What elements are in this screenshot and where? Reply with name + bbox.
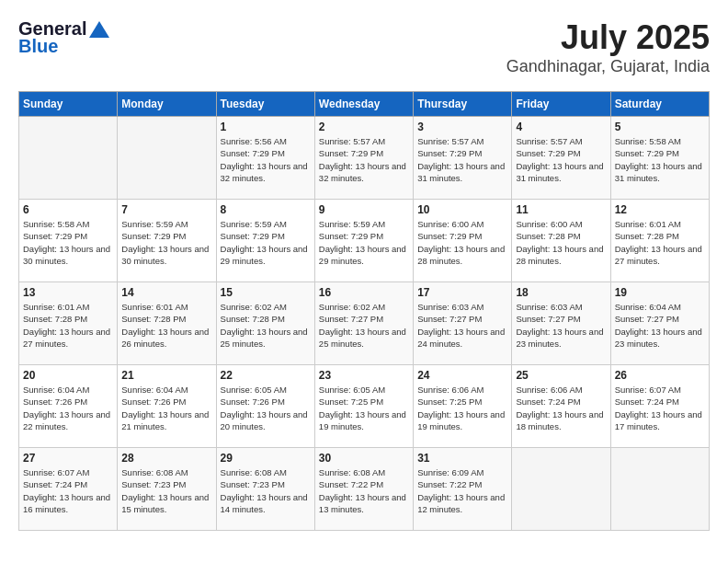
col-header-friday: Friday [512, 92, 610, 117]
day-cell: 19Sunrise: 6:04 AM Sunset: 7:27 PM Dayli… [610, 282, 709, 365]
day-cell: 9Sunrise: 5:59 AM Sunset: 7:29 PM Daylig… [314, 200, 413, 282]
day-number: 11 [516, 203, 606, 216]
day-detail: Sunrise: 6:01 AM Sunset: 7:28 PM Dayligh… [615, 218, 705, 267]
calendar-body: 1Sunrise: 5:56 AM Sunset: 7:29 PM Daylig… [19, 117, 710, 531]
day-number: 27 [23, 452, 113, 465]
svg-marker-0 [89, 21, 109, 38]
day-cell: 20Sunrise: 6:04 AM Sunset: 7:26 PM Dayli… [19, 365, 118, 448]
week-row-3: 13Sunrise: 6:01 AM Sunset: 7:28 PM Dayli… [19, 282, 710, 365]
day-detail: Sunrise: 6:00 AM Sunset: 7:29 PM Dayligh… [417, 218, 507, 267]
day-detail: Sunrise: 6:01 AM Sunset: 7:28 PM Dayligh… [121, 301, 211, 350]
day-number: 22 [221, 369, 311, 382]
day-number: 14 [121, 286, 211, 299]
day-cell [610, 448, 709, 531]
day-detail: Sunrise: 6:03 AM Sunset: 7:27 PM Dayligh… [417, 301, 507, 350]
day-detail: Sunrise: 6:05 AM Sunset: 7:25 PM Dayligh… [319, 384, 409, 432]
page-header: General Blue July 2025 Gandhinagar, Guja… [18, 18, 710, 76]
day-cell [118, 117, 216, 200]
day-detail: Sunrise: 5:58 AM Sunset: 7:29 PM Dayligh… [615, 135, 705, 184]
day-detail: Sunrise: 6:04 AM Sunset: 7:27 PM Dayligh… [615, 301, 705, 350]
day-detail: Sunrise: 6:00 AM Sunset: 7:28 PM Dayligh… [516, 218, 606, 267]
logo-icon [89, 21, 109, 38]
day-detail: Sunrise: 6:04 AM Sunset: 7:26 PM Dayligh… [23, 384, 113, 432]
day-detail: Sunrise: 6:05 AM Sunset: 7:26 PM Dayligh… [221, 384, 311, 432]
day-number: 5 [615, 121, 705, 133]
day-cell: 25Sunrise: 6:06 AM Sunset: 7:24 PM Dayli… [512, 365, 610, 448]
day-cell [19, 117, 118, 200]
logo-blue: Blue [18, 36, 58, 57]
day-detail: Sunrise: 6:08 AM Sunset: 7:22 PM Dayligh… [319, 466, 409, 515]
day-cell: 7Sunrise: 5:59 AM Sunset: 7:29 PM Daylig… [118, 200, 216, 282]
day-detail: Sunrise: 6:04 AM Sunset: 7:26 PM Dayligh… [121, 384, 211, 432]
day-cell: 30Sunrise: 6:08 AM Sunset: 7:22 PM Dayli… [314, 448, 413, 531]
day-cell: 15Sunrise: 6:02 AM Sunset: 7:28 PM Dayli… [216, 282, 314, 365]
day-detail: Sunrise: 5:59 AM Sunset: 7:29 PM Dayligh… [121, 218, 211, 267]
day-detail: Sunrise: 6:07 AM Sunset: 7:24 PM Dayligh… [23, 466, 113, 515]
col-header-tuesday: Tuesday [216, 92, 314, 117]
col-header-sunday: Sunday [19, 92, 118, 117]
day-number: 24 [417, 369, 507, 382]
day-cell: 11Sunrise: 6:00 AM Sunset: 7:28 PM Dayli… [512, 200, 610, 282]
day-number: 31 [417, 452, 507, 465]
day-number: 4 [516, 121, 606, 133]
day-number: 6 [23, 203, 113, 216]
col-header-wednesday: Wednesday [314, 92, 413, 117]
day-cell: 22Sunrise: 6:05 AM Sunset: 7:26 PM Dayli… [216, 365, 314, 448]
month-title: July 2025 [506, 18, 710, 57]
day-number: 21 [121, 369, 211, 382]
day-cell: 12Sunrise: 6:01 AM Sunset: 7:28 PM Dayli… [610, 200, 709, 282]
day-cell: 4Sunrise: 5:57 AM Sunset: 7:29 PM Daylig… [512, 117, 610, 200]
day-number: 10 [417, 203, 507, 216]
title-block: July 2025 Gandhinagar, Gujarat, India [506, 18, 710, 76]
day-cell: 29Sunrise: 6:08 AM Sunset: 7:23 PM Dayli… [216, 448, 314, 531]
day-cell: 31Sunrise: 6:09 AM Sunset: 7:22 PM Dayli… [414, 448, 512, 531]
day-cell: 3Sunrise: 5:57 AM Sunset: 7:29 PM Daylig… [414, 117, 512, 200]
day-number: 15 [221, 286, 311, 299]
day-detail: Sunrise: 5:59 AM Sunset: 7:29 PM Dayligh… [221, 218, 311, 267]
day-cell: 24Sunrise: 6:06 AM Sunset: 7:25 PM Dayli… [414, 365, 512, 448]
day-cell: 18Sunrise: 6:03 AM Sunset: 7:27 PM Dayli… [512, 282, 610, 365]
day-number: 7 [121, 203, 211, 216]
day-number: 29 [221, 452, 311, 465]
day-number: 20 [23, 369, 113, 382]
day-cell: 26Sunrise: 6:07 AM Sunset: 7:24 PM Dayli… [610, 365, 709, 448]
day-detail: Sunrise: 5:56 AM Sunset: 7:29 PM Dayligh… [221, 135, 311, 184]
day-detail: Sunrise: 5:57 AM Sunset: 7:29 PM Dayligh… [319, 135, 409, 184]
day-number: 17 [417, 286, 507, 299]
day-cell: 6Sunrise: 5:58 AM Sunset: 7:29 PM Daylig… [19, 200, 118, 282]
day-number: 9 [319, 203, 409, 216]
day-number: 28 [121, 452, 211, 465]
day-detail: Sunrise: 5:57 AM Sunset: 7:29 PM Dayligh… [516, 135, 606, 184]
day-cell: 14Sunrise: 6:01 AM Sunset: 7:28 PM Dayli… [118, 282, 216, 365]
day-number: 26 [615, 369, 705, 382]
day-cell: 13Sunrise: 6:01 AM Sunset: 7:28 PM Dayli… [19, 282, 118, 365]
day-number: 23 [319, 369, 409, 382]
day-number: 2 [319, 121, 409, 133]
day-cell: 28Sunrise: 6:08 AM Sunset: 7:23 PM Dayli… [118, 448, 216, 531]
day-cell: 16Sunrise: 6:02 AM Sunset: 7:27 PM Dayli… [314, 282, 413, 365]
day-cell: 5Sunrise: 5:58 AM Sunset: 7:29 PM Daylig… [610, 117, 709, 200]
day-detail: Sunrise: 6:06 AM Sunset: 7:24 PM Dayligh… [516, 384, 606, 432]
day-number: 16 [319, 286, 409, 299]
week-row-1: 1Sunrise: 5:56 AM Sunset: 7:29 PM Daylig… [19, 117, 710, 200]
day-cell: 21Sunrise: 6:04 AM Sunset: 7:26 PM Dayli… [118, 365, 216, 448]
day-detail: Sunrise: 5:58 AM Sunset: 7:29 PM Dayligh… [23, 218, 113, 267]
day-cell: 27Sunrise: 6:07 AM Sunset: 7:24 PM Dayli… [19, 448, 118, 531]
week-row-5: 27Sunrise: 6:07 AM Sunset: 7:24 PM Dayli… [19, 448, 710, 531]
day-detail: Sunrise: 6:02 AM Sunset: 7:28 PM Dayligh… [221, 301, 311, 350]
day-detail: Sunrise: 6:03 AM Sunset: 7:27 PM Dayligh… [516, 301, 606, 350]
day-detail: Sunrise: 5:57 AM Sunset: 7:29 PM Dayligh… [417, 135, 507, 184]
day-detail: Sunrise: 6:01 AM Sunset: 7:28 PM Dayligh… [23, 301, 113, 350]
day-number: 8 [221, 203, 311, 216]
calendar-header-row: SundayMondayTuesdayWednesdayThursdayFrid… [19, 92, 710, 117]
col-header-monday: Monday [118, 92, 216, 117]
calendar-table: SundayMondayTuesdayWednesdayThursdayFrid… [18, 91, 710, 531]
day-detail: Sunrise: 6:07 AM Sunset: 7:24 PM Dayligh… [615, 384, 705, 432]
day-number: 13 [23, 286, 113, 299]
day-detail: Sunrise: 6:08 AM Sunset: 7:23 PM Dayligh… [121, 466, 211, 515]
day-cell: 2Sunrise: 5:57 AM Sunset: 7:29 PM Daylig… [314, 117, 413, 200]
day-number: 3 [417, 121, 507, 133]
day-number: 30 [319, 452, 409, 465]
day-detail: Sunrise: 6:08 AM Sunset: 7:23 PM Dayligh… [221, 466, 311, 515]
day-cell: 23Sunrise: 6:05 AM Sunset: 7:25 PM Dayli… [314, 365, 413, 448]
